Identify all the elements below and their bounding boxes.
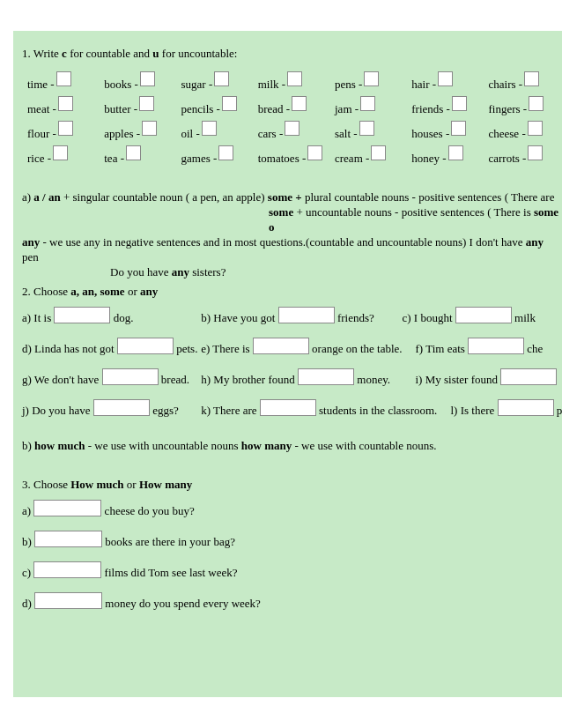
input-box[interactable] bbox=[528, 145, 543, 160]
text-bold: How much bbox=[70, 478, 123, 491]
q2-title: 2. Choose a, an, some or any bbox=[22, 285, 562, 299]
input-box[interactable] bbox=[455, 307, 512, 323]
input-box[interactable] bbox=[102, 368, 159, 385]
input-box[interactable] bbox=[287, 71, 302, 86]
input-box[interactable] bbox=[452, 96, 467, 111]
text: h) My brother found bbox=[201, 373, 298, 386]
input-box[interactable] bbox=[126, 145, 141, 160]
text: bread. bbox=[159, 373, 189, 386]
text: e) There is bbox=[201, 342, 253, 355]
input-box[interactable] bbox=[468, 338, 524, 354]
text: + singular countable noun ( a pen, an ap… bbox=[61, 190, 268, 204]
input-box[interactable] bbox=[285, 121, 299, 136]
text: l) Is there bbox=[451, 404, 498, 417]
input-box[interactable] bbox=[139, 96, 154, 111]
input-box[interactable] bbox=[33, 500, 101, 516]
input-box[interactable] bbox=[500, 368, 557, 385]
input-box[interactable] bbox=[364, 71, 379, 86]
input-box[interactable] bbox=[34, 531, 102, 547]
text: penci bbox=[554, 404, 562, 417]
text: dog. bbox=[110, 311, 133, 324]
label: salt - bbox=[335, 127, 358, 140]
text: or bbox=[124, 478, 139, 491]
input-box[interactable] bbox=[438, 71, 453, 86]
text-bold: + bbox=[295, 190, 305, 204]
input-box[interactable] bbox=[54, 307, 110, 323]
input-box[interactable] bbox=[298, 368, 354, 385]
q2-block: a) It is dog. b) Have you got friends? c… bbox=[22, 307, 562, 422]
input-box[interactable] bbox=[307, 145, 322, 160]
text: i) My sister found bbox=[416, 373, 501, 386]
input-box[interactable] bbox=[56, 71, 71, 86]
label: sugar - bbox=[181, 78, 213, 91]
text-bold: any bbox=[140, 285, 158, 298]
text: d) bbox=[22, 597, 34, 610]
text: j) Do you have bbox=[22, 404, 93, 417]
text: a) It is bbox=[22, 311, 54, 324]
text-bold: any bbox=[526, 235, 544, 249]
worksheet: 1. Write c for countable and u for uncou… bbox=[13, 31, 562, 697]
text: b) bbox=[22, 535, 34, 548]
input-box[interactable] bbox=[34, 592, 102, 609]
label: cream - bbox=[335, 152, 369, 165]
hint-b: b) how much - we use with uncountable no… bbox=[22, 438, 562, 453]
label: tomatoes - bbox=[258, 152, 307, 165]
text: pen bbox=[22, 250, 39, 264]
label: fingers - bbox=[489, 102, 528, 115]
label: cheese - bbox=[489, 127, 526, 140]
input-box[interactable] bbox=[524, 71, 539, 86]
text-bold: how much bbox=[34, 439, 85, 452]
text: pets. bbox=[174, 342, 197, 355]
input-box[interactable] bbox=[53, 145, 68, 160]
input-box[interactable] bbox=[359, 121, 374, 136]
label: pencils - bbox=[181, 102, 220, 115]
q3-title: 3. Choose How much or How many bbox=[22, 478, 562, 492]
input-box[interactable] bbox=[218, 145, 233, 160]
text: milk bbox=[512, 311, 536, 324]
input-box[interactable] bbox=[222, 96, 237, 111]
input-box[interactable] bbox=[58, 96, 73, 111]
text-bold: any bbox=[22, 235, 40, 249]
input-box[interactable] bbox=[371, 145, 386, 160]
text: 3. Choose bbox=[22, 478, 70, 491]
q3-block: a) cheese do you buy? b) books are there… bbox=[22, 500, 562, 615]
input-box[interactable] bbox=[292, 96, 307, 111]
text-bold: any bbox=[172, 265, 189, 279]
input-box[interactable] bbox=[214, 71, 229, 86]
text: - we use with countable nouns. bbox=[292, 439, 436, 452]
input-box[interactable] bbox=[253, 338, 309, 354]
q1-grid: time - books - sugar - milk - pens - hai… bbox=[27, 71, 562, 170]
input-box[interactable] bbox=[498, 399, 554, 416]
label: tea - bbox=[104, 152, 124, 165]
input-box[interactable] bbox=[360, 96, 375, 111]
input-box[interactable] bbox=[202, 121, 217, 136]
text: Do you have bbox=[110, 265, 172, 279]
text-bold: How many bbox=[139, 478, 192, 491]
text: b) Have you got bbox=[201, 311, 277, 324]
text: plural countable nouns - positive senten… bbox=[305, 190, 555, 204]
input-box[interactable] bbox=[93, 399, 150, 416]
text: friends? bbox=[335, 311, 374, 324]
label: apples - bbox=[104, 127, 140, 140]
text: eggs? bbox=[150, 404, 179, 417]
input-box[interactable] bbox=[448, 145, 463, 160]
input-box[interactable] bbox=[451, 121, 466, 136]
input-box[interactable] bbox=[117, 338, 174, 354]
q1-row: flour - apples - oil - cars - salt - hou… bbox=[27, 121, 562, 145]
q1-title: 1. Write c for countable and u for uncou… bbox=[22, 47, 562, 61]
input-box[interactable] bbox=[528, 121, 543, 136]
text: a) bbox=[22, 504, 33, 517]
hint-a: a) a / an + singular countable noun ( a … bbox=[22, 189, 562, 279]
label: pens - bbox=[335, 78, 362, 91]
input-box[interactable] bbox=[278, 307, 335, 323]
input-box[interactable] bbox=[58, 121, 73, 136]
text: for countable and bbox=[67, 47, 152, 60]
q1-row: rice - tea - games - tomatoes - cream - … bbox=[27, 145, 562, 170]
input-box[interactable] bbox=[142, 121, 157, 136]
input-box[interactable] bbox=[33, 561, 101, 578]
text: sisters? bbox=[189, 265, 226, 279]
input-box[interactable] bbox=[260, 399, 316, 416]
input-box[interactable] bbox=[140, 71, 155, 86]
input-box[interactable] bbox=[529, 96, 544, 111]
text-bold: how many bbox=[241, 439, 292, 452]
